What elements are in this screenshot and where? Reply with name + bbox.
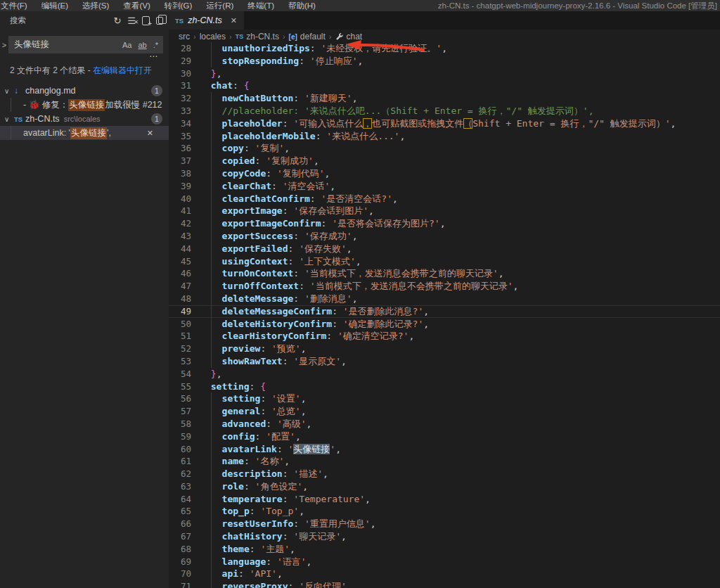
code-line-43[interactable]: 43exportSuccess: '保存成功', (169, 230, 720, 243)
code-line-37[interactable]: 37copied: '复制成功', (169, 155, 720, 167)
indent-guide (211, 405, 212, 418)
token: placeholder (222, 118, 283, 129)
code-line-54[interactable]: 54}, (169, 368, 720, 381)
code-line-67[interactable]: 67chatHistory: '聊天记录', (169, 530, 720, 543)
search-match-row[interactable]: avatarLink: '头像链接',✕ (0, 126, 169, 140)
code-line-57[interactable]: 57general: '总览', (169, 405, 720, 418)
breadcrumb-item-zh-CN-ts[interactable]: TSzh-CN.ts (236, 32, 279, 41)
match-case-toggle[interactable]: Aa (121, 40, 133, 50)
code-editor[interactable]: 28unauthorizedTips: '未经授权，请先进行验证。',29sto… (169, 42, 720, 588)
code-line-52[interactable]: 52preview: '预览', (169, 343, 720, 355)
breadcrumb-item-chat[interactable]: chat (335, 32, 363, 41)
match-after-text: 加载很慢 #212 (105, 99, 162, 111)
file-row-zh-CN-ts[interactable]: ∨TSzh-CN.tssrc\locales1 (0, 112, 169, 126)
regex-toggle[interactable]: .* (152, 40, 160, 50)
code-line-56[interactable]: 56setting: '设置', (169, 392, 720, 405)
code-line-48[interactable]: 48deleteMessage: '删除消息', (169, 293, 720, 305)
breadcrumb-item-default[interactable]: [e]default (289, 32, 326, 41)
chevron-down-icon[interactable]: ∨ (4, 87, 14, 95)
code-line-65[interactable]: 65top_p: 'Top_p', (169, 505, 720, 518)
chevron-down-icon[interactable]: ∨ (4, 115, 14, 123)
code-line-68[interactable]: 68theme: '主题', (169, 543, 720, 556)
token: : (260, 393, 271, 404)
code-line-61[interactable]: 61name: '名称', (169, 455, 720, 468)
code-line-34[interactable]: 34placeholder: '可输入说点什么，也可贴截图或拖拽文件（Shift… (169, 117, 720, 130)
code-line-28[interactable]: 28unauthorizedTips: '未经授权，请先进行验证。', (169, 42, 720, 55)
code-line-59[interactable]: 59config: '配置', (169, 430, 720, 443)
line-number: 46 (169, 267, 191, 280)
code-line-69[interactable]: 69language: '语言', (169, 556, 720, 568)
code-line-40[interactable]: 40clearChatConfirm: '是否清空会话?', (169, 193, 720, 205)
code-line-45[interactable]: 45usingContext: '上下文模式', (169, 255, 720, 268)
dismiss-match-icon[interactable]: ✕ (147, 129, 153, 138)
code-line-31[interactable]: 31chat: { (169, 79, 720, 92)
code-line-46[interactable]: 46turnOnContext: '当前模式下，发送消息会携带之前的聊天记录', (169, 267, 720, 280)
code-line-35[interactable]: 35placeholderMobile: '来说点什么...', (169, 130, 720, 143)
menu-h[interactable]: 帮助(H) (281, 0, 323, 11)
code-line-58[interactable]: 58advanced: '高级', (169, 418, 720, 430)
token: deleteHistoryConfirm (222, 319, 333, 329)
menu-t[interactable]: 终端(T) (240, 0, 281, 11)
refresh-icon[interactable]: ↻ (113, 16, 121, 26)
new-search-editor-icon[interactable] (142, 16, 150, 25)
token: : (250, 544, 261, 554)
menu-s[interactable]: 选择(S) (75, 0, 116, 11)
line-number: 59 (169, 430, 191, 443)
code-line-71[interactable]: 71reverseProxy: '反向代理', (169, 580, 720, 588)
indent-guide (211, 318, 212, 331)
toggle-search-details-icon[interactable]: ⋯ (0, 53, 169, 62)
line-number: 35 (169, 130, 191, 143)
code-line-33[interactable]: 33//placeholder: '来说点什么吧...（Shift + Ente… (169, 105, 720, 117)
token: : (288, 243, 300, 254)
file-name: zh-CN.ts (25, 114, 60, 124)
token: exportImage (222, 205, 283, 216)
code-line-29[interactable]: 29stopResponding: '停止响应', (169, 55, 720, 68)
code-line-51[interactable]: 51clearHistoryConfirm: '确定清空记录?', (169, 330, 720, 343)
code-line-55[interactable]: 55setting: { (169, 381, 720, 393)
search-match-row[interactable]: - 🐞 修复：头像链接加载很慢 #212 (0, 98, 169, 112)
menu-f[interactable]: 文件(F) (0, 0, 34, 11)
token: exportImageConfirm (222, 218, 321, 229)
code-line-60[interactable]: 60avatarLink: '头像链接', (169, 443, 720, 456)
code-line-53[interactable]: 53showRawText: '显示原文', (169, 355, 720, 368)
code-line-42[interactable]: 42exportImageConfirm: '是否将会话保存为图片?', (169, 217, 720, 230)
code-line-39[interactable]: 39clearChat: '清空会话', (169, 180, 720, 193)
open-new-search-editor-icon[interactable] (156, 17, 163, 25)
open-in-editor-link[interactable]: 在编辑器中打开 (93, 65, 152, 75)
code-line-44[interactable]: 44exportFailed: '保存失败', (169, 243, 720, 255)
menu-r[interactable]: 运行(R) (199, 0, 240, 11)
line-number: 61 (169, 455, 191, 468)
code-line-70[interactable]: 70api: 'API', (169, 568, 720, 580)
tab-zh-cn-ts[interactable]: TS zh-CN.ts ✕ (169, 11, 244, 30)
token: { (260, 381, 266, 392)
code-line-30[interactable]: 30}, (169, 68, 720, 80)
code-line-47[interactable]: 47turnOffContext: '当前模式下，发送消息不会携带之前的聊天记录… (169, 280, 720, 293)
menu-v[interactable]: 查看(V) (116, 0, 157, 11)
code-line-50[interactable]: 50deleteHistoryConfirm: '确定删除此记录?', (169, 318, 720, 331)
code-line-49[interactable]: 49deleteMessageConfirm: '是否删除此消息?', (169, 305, 720, 318)
breadcrumb-item-src[interactable]: src (179, 32, 190, 41)
file-row-changlog-md[interactable]: ∨↓changlog.md1 (0, 84, 169, 98)
line-number: 64 (169, 493, 191, 506)
code-line-66[interactable]: 66resetUserInfo: '重置用户信息', (169, 518, 720, 530)
indent-guide (211, 243, 212, 255)
code-line-36[interactable]: 36copy: '复制', (169, 142, 720, 155)
token: , (357, 56, 363, 66)
code-line-62[interactable]: 62description: '描述', (169, 468, 720, 480)
menu-g[interactable]: 转到(G) (158, 0, 200, 11)
code-line-64[interactable]: 64temperature: 'Temperature', (169, 493, 720, 506)
tab-close-icon[interactable]: ✕ (231, 16, 237, 25)
token: 也可贴截图或拖拽文件 (372, 118, 463, 129)
breadcrumb-item-locales[interactable]: locales (200, 32, 226, 41)
menu-e[interactable]: 编辑(E) (34, 0, 75, 11)
code-line-32[interactable]: 32newChatButton: '新建聊天', (169, 92, 720, 105)
search-input[interactable]: 头像链接 Aaab.* (8, 36, 163, 53)
code-line-63[interactable]: 63role: '角色设定', (169, 480, 720, 493)
clear-search-results-icon[interactable]: ☰✕ (127, 16, 136, 26)
whole-word-toggle[interactable]: ab (136, 40, 148, 50)
code-line-38[interactable]: 38copyCode: '复制代码', (169, 167, 720, 180)
code-line-41[interactable]: 41exportImage: '保存会话到图片', (169, 205, 720, 217)
toggle-replace-icon[interactable]: > (0, 41, 8, 49)
code-line-text: general: '总览', (200, 405, 307, 418)
code-line-text: usingContext: '上下文模式', (200, 255, 361, 268)
